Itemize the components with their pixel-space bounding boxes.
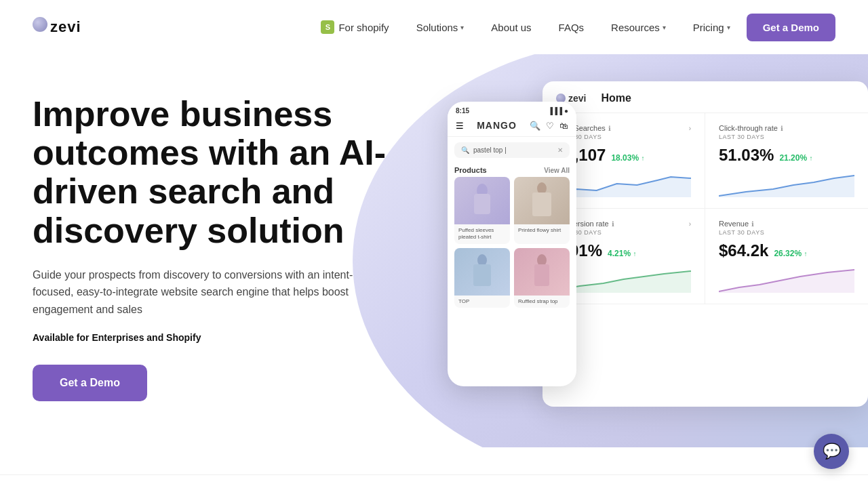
svg-rect-3 (532, 192, 551, 216)
nav-item-faqs[interactable]: FAQs (548, 16, 595, 39)
cart-icon: 🛍 (559, 121, 568, 131)
metric-value-2: 51.03% 21.20% ↑ (719, 146, 854, 165)
product-label-2: Printed flowy shirt (514, 224, 570, 237)
nav-item-resources[interactable]: Resources ▾ (600, 16, 677, 39)
phone-signal-icons: ▐▐▐ ● (548, 107, 568, 115)
dashboard-home-label: Home (601, 92, 631, 104)
list-item: TOP (454, 248, 510, 308)
svg-rect-7 (534, 264, 549, 286)
phone-mockup: 8:15 ▐▐▐ ● ☰ MANGO 🔍 ♡ 🛍 🔍 pastel top | … (448, 102, 576, 386)
metric-revenue: Revenue ℹ LAST 30 DAYS $64.2k 26.32% ↑ (705, 209, 868, 304)
svg-rect-5 (473, 264, 491, 286)
hamburger-icon: ☰ (456, 121, 464, 131)
phone-nav: ☰ MANGO 🔍 ♡ 🛍 (448, 117, 576, 137)
metric-change-2: 21.20% ↑ (779, 153, 812, 163)
hero-content: Improve business outcomes with an AI-dri… (33, 95, 426, 401)
product-label-3: TOP (454, 296, 510, 308)
nav-item-pricing[interactable]: Pricing ▾ (682, 16, 741, 39)
nav-item-about-us[interactable]: About us (480, 16, 542, 39)
hero-title: Improve business outcomes with an AI-dri… (33, 95, 426, 250)
hero-section: Improve business outcomes with an AI-dri… (0, 54, 868, 447)
metric-period-2: LAST 30 DAYS (719, 134, 854, 140)
list-item: Ruffled strap top (514, 248, 570, 308)
phone-products-header: Products View All (448, 163, 576, 177)
logo[interactable]: zevi (33, 17, 81, 37)
phone-search-bar[interactable]: 🔍 pastel top | ✕ (454, 142, 570, 158)
logo-orb (33, 17, 47, 32)
phone-status-bar: 8:15 ▐▐▐ ● (448, 102, 576, 117)
metric-ctr: Click-through rate ℹ LAST 30 DAYS 51.03%… (705, 113, 868, 209)
product-image-2 (514, 177, 570, 224)
product-image-1 (454, 177, 510, 224)
product-image-4 (514, 248, 570, 296)
nav-label-about-us: About us (491, 22, 531, 33)
dashboard-logo-text: zevi (568, 93, 586, 104)
logo-text: zevi (50, 18, 81, 36)
search-icon-small: 🔍 (461, 146, 469, 154)
svg-rect-1 (474, 194, 490, 214)
chevron-right-icon-3: › (689, 220, 691, 228)
info-icon-4: ℹ (751, 220, 754, 228)
search-icon: 🔍 (530, 121, 540, 131)
phone-brand: MANGO (477, 120, 517, 131)
chevron-down-icon-resources: ▾ (663, 24, 666, 31)
shopify-icon: S (321, 20, 334, 34)
nav-item-for-shopify[interactable]: S For shopify (310, 15, 399, 39)
heart-icon: ♡ (546, 121, 554, 131)
dashboard-metrics: Total Searches ℹ › LAST 30 DAYS 12,107 1… (542, 113, 868, 304)
nav-links: S For shopify Solutions ▾ About us FAQs … (310, 14, 835, 41)
phone-product-grid: Puffed sleeves pleated t-shirt Printed f… (448, 177, 576, 308)
metric-period-4: LAST 30 DAYS (719, 229, 854, 236)
navigation: zevi S For shopify Solutions ▾ About us … (0, 0, 868, 54)
hero-available-text: Available for Enterprises and Shopify (33, 332, 426, 343)
dashboard-panel: zevi Home Total Searches ℹ › LAST 30 DAY… (542, 81, 868, 407)
dashboard-mockup: 8:15 ▐▐▐ ● ☰ MANGO 🔍 ♡ 🛍 🔍 pastel top | … (434, 81, 868, 434)
arrow-up-icon-1: ↑ (641, 155, 644, 162)
nav-cta-button[interactable]: Get a Demo (747, 14, 835, 41)
chat-bubble[interactable]: 💬 (814, 434, 849, 469)
products-label: Products (454, 166, 487, 174)
nav-label-for-shopify: For shopify (338, 22, 389, 33)
metric-change-1: 18.03% ↑ (611, 153, 644, 163)
metric-chart-2 (719, 170, 854, 197)
hero-cta-button[interactable]: Get a Demo (33, 365, 147, 401)
chevron-right-icon-1: › (689, 125, 691, 132)
arrow-up-icon-2: ↑ (809, 155, 812, 162)
metric-value-4: $64.2k 26.32% ↑ (719, 241, 854, 260)
arrow-up-icon-3: ↑ (633, 250, 636, 258)
nav-label-solutions: Solutions (416, 22, 458, 33)
metric-chart-4 (719, 266, 854, 293)
product-label-4: Ruffled strap top (514, 296, 570, 308)
info-icon-2: ℹ (781, 125, 783, 132)
nav-label-resources: Resources (611, 22, 660, 33)
metric-change-4: 26.32% ↑ (774, 249, 807, 258)
product-label-1: Puffed sleeves pleated t-shirt (454, 224, 510, 244)
metric-title-2: Click-through rate ℹ (719, 124, 854, 132)
nav-item-solutions[interactable]: Solutions ▾ (406, 16, 475, 39)
stats-row: +30% Conversion jump ~2X Search CTR +28%… (0, 474, 868, 488)
phone-nav-icons: 🔍 ♡ 🛍 (530, 121, 568, 131)
metric-change-3: 4.21% ↑ (608, 249, 636, 258)
list-item: Printed flowy shirt (514, 177, 570, 244)
chevron-down-icon-pricing: ▾ (727, 24, 730, 31)
list-item: Puffed sleeves pleated t-shirt (454, 177, 510, 244)
phone-search-text: pastel top | (473, 146, 507, 154)
arrow-up-icon-4: ↑ (804, 250, 807, 258)
metric-title-4: Revenue ℹ (719, 220, 854, 228)
chevron-down-icon: ▾ (460, 24, 464, 31)
phone-time: 8:15 (456, 107, 469, 115)
info-icon-3: ℹ (612, 220, 614, 228)
chat-icon: 💬 (823, 443, 841, 460)
nav-label-faqs: FAQs (559, 22, 585, 33)
dashboard-header: zevi Home (542, 81, 868, 113)
product-image-3 (454, 248, 510, 296)
view-all-link[interactable]: View All (544, 167, 570, 174)
nav-label-pricing: Pricing (693, 22, 724, 33)
info-icon-1: ℹ (608, 125, 611, 132)
close-icon: ✕ (557, 146, 563, 154)
hero-subtitle: Guide your prospects from discovery to c… (33, 266, 385, 319)
